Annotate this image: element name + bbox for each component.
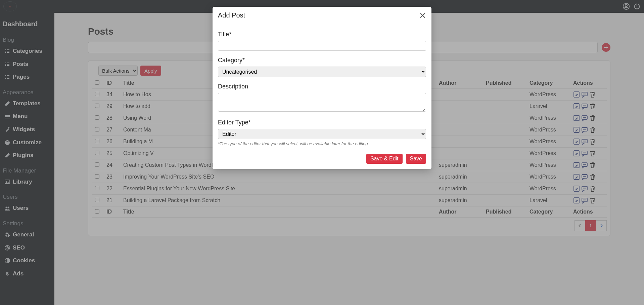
close-icon[interactable] [419, 12, 426, 19]
category-label: Category* [218, 57, 426, 64]
description-label: Description [218, 83, 426, 90]
category-select[interactable]: Uncategorised [218, 67, 426, 77]
title-label: Title* [218, 31, 426, 38]
editor-type-select[interactable]: Editor [218, 129, 426, 139]
editor-helper-text: *The type of the editor that you will se… [218, 141, 426, 146]
add-post-modal: Add Post Title* Category* Uncategorised … [213, 7, 431, 169]
save-and-edit-button[interactable]: Save & Edit [366, 154, 403, 164]
modal-title: Add Post [218, 11, 245, 19]
title-input[interactable] [218, 41, 426, 51]
editor-type-label: Editor Type* [218, 119, 426, 126]
save-button[interactable]: Save [406, 154, 426, 164]
description-textarea[interactable] [218, 93, 426, 112]
